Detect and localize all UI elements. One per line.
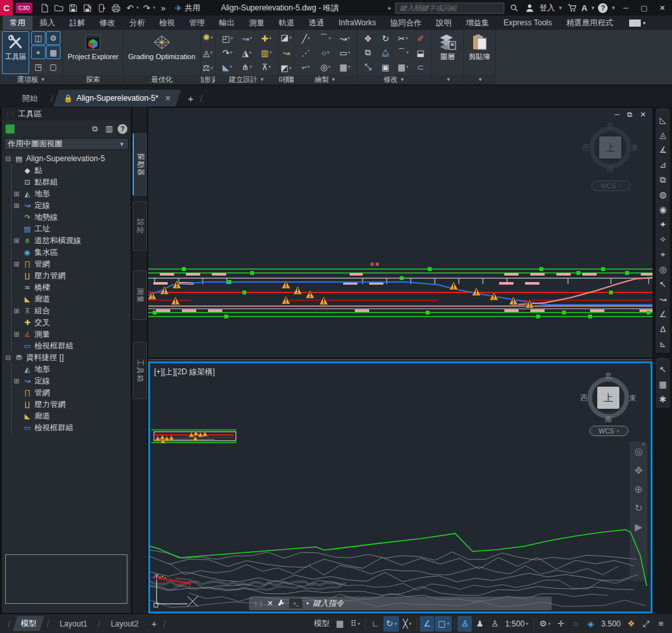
hatch-icon[interactable]: ▦▾: [335, 60, 355, 74]
file-tab-start[interactable]: 開始: [9, 90, 51, 107]
arc-icon-dropdown[interactable]: ▾: [329, 36, 331, 41]
move-icon[interactable]: ✥: [359, 31, 377, 45]
circle-icon-dropdown[interactable]: ▾: [327, 50, 330, 55]
surfaces-create-menu-dropdown[interactable]: ▾: [210, 50, 213, 55]
navbar-close-icon[interactable]: ✕: [641, 442, 645, 447]
viewcube-south[interactable]: 南: [607, 164, 614, 174]
arc-icon[interactable]: ⌒▾: [316, 31, 335, 45]
doc-restore-icon[interactable]: ⧉: [627, 110, 632, 119]
ribbon-tab-精選應用程式[interactable]: 精選應用程式: [559, 16, 620, 30]
doc-minimize-icon[interactable]: ─: [614, 110, 619, 119]
hatch-icon-dropdown[interactable]: ▾: [348, 64, 350, 70]
recent-commands-chevron-icon[interactable]: ▾: [306, 601, 309, 606]
viewport-bottom-active[interactable]: Y [+][上][2D 線架構] 上 北 南 西 東 WCS ▿ ✕ ◎✥⊕↻▶: [148, 361, 653, 614]
traverse-create-menu-dropdown[interactable]: ▾: [211, 66, 213, 71]
active-drawing-icon[interactable]: [5, 124, 15, 134]
panel-flyout-icon[interactable]: ▼: [40, 77, 45, 83]
tree-item-管網[interactable]: ⊞∏管網: [13, 258, 129, 270]
workspace-switching-icon-dropdown[interactable]: ▾: [548, 621, 550, 627]
point-creation-icon[interactable]: ✱: [656, 392, 670, 407]
viewcube-top-face[interactable]: 上: [599, 136, 621, 159]
toolbox-palette-icon[interactable]: ▦: [46, 45, 60, 59]
new-layout-button[interactable]: +: [151, 619, 157, 629]
tab-close-icon[interactable]: ✕: [165, 94, 171, 103]
annotation-scale-value[interactable]: 1:500▾: [502, 616, 531, 632]
navigation-wheel-icon[interactable]: ◎: [634, 446, 643, 456]
ribbon-tab-協同合作[interactable]: 協同合作: [383, 16, 429, 30]
tree-item-廊道[interactable]: ◣廊道: [13, 410, 129, 422]
search-icon[interactable]: [508, 2, 520, 14]
grade-length-icon[interactable]: ⊾: [656, 337, 670, 352]
rotate-icon[interactable]: ↻: [377, 31, 394, 45]
window-close-button[interactable]: ✕: [655, 2, 669, 14]
panel-label[interactable]: 建立設計▼: [216, 75, 278, 84]
intersection-create-menu-dropdown[interactable]: ▾: [269, 36, 272, 41]
tree-item-廊道[interactable]: ◣廊道: [13, 293, 129, 305]
section-views-create-menu[interactable]: ◩▾: [281, 63, 292, 73]
ribbon-tab-說明[interactable]: 說明: [429, 16, 459, 30]
viewcube-top[interactable]: 上 北 南 西 東: [585, 122, 636, 173]
rectangle-icon-dropdown[interactable]: ▾: [348, 50, 350, 55]
ribbon-tab-輸出[interactable]: 輸出: [212, 16, 242, 30]
viewcube-north[interactable]: 北: [605, 371, 612, 381]
ortho-mode-icon[interactable]: ∟: [368, 616, 383, 632]
snap-mode-icon-dropdown[interactable]: ▾: [358, 621, 361, 627]
annotation-visibility-icon[interactable]: ♙: [458, 616, 472, 632]
corridor-create-menu-dropdown[interactable]: ▾: [270, 50, 272, 55]
tree-item-檢視框群組[interactable]: ▭檢視框群組: [13, 340, 129, 352]
panel-flyout-icon[interactable]: ▼: [259, 77, 265, 83]
object-snap-icon-dropdown[interactable]: ▾: [447, 621, 450, 627]
ribbon-collapse-button[interactable]: ▾: [629, 16, 645, 30]
select-point-icon[interactable]: ↖: [656, 277, 670, 292]
profile-view-create-menu[interactable]: ◪▾: [281, 32, 292, 42]
traverse-create-menu[interactable]: ⚖▾: [203, 63, 213, 73]
tree-item-橋樑[interactable]: ≍橋樑: [13, 281, 129, 293]
clipboard-button[interactable]: 剪貼簿: [466, 31, 493, 74]
viewcube-west[interactable]: 西: [580, 393, 588, 403]
viewport-top[interactable]: ─ ⧉ ✕ 上 北 南 西 東 WCS ▿: [148, 108, 653, 357]
settings-palette-icon[interactable]: ⚙: [46, 31, 60, 45]
expand-icon[interactable]: ⊞: [13, 260, 20, 268]
panel-flyout-icon[interactable]: ▼: [400, 77, 405, 83]
showmotion-icon[interactable]: ▶: [635, 522, 643, 532]
intersection-create-menu[interactable]: ✚▾: [257, 31, 276, 45]
title-overflow-icon[interactable]: ▸: [388, 5, 391, 11]
fillet-icon-dropdown[interactable]: ▾: [406, 50, 409, 55]
pan-icon[interactable]: ✥: [634, 465, 643, 475]
layers-button[interactable]: 圖層: [434, 31, 461, 74]
surfaces-create-menu[interactable]: ◬▾: [203, 48, 213, 58]
viewcube-east[interactable]: 東: [631, 143, 638, 153]
tree-item-檢視框群組[interactable]: ▭檢視框群組: [13, 422, 129, 433]
undo-icon-dropdown[interactable]: ▾: [136, 5, 139, 10]
explode-icon[interactable]: ⬓: [412, 45, 430, 60]
point-object-icon[interactable]: ⌖: [656, 247, 670, 262]
fillet-icon[interactable]: ⌒▾: [394, 45, 412, 60]
pipe-network-create-menu[interactable]: ⋔▾: [237, 60, 257, 74]
command-input[interactable]: 鍵入指令: [313, 598, 344, 609]
sign-in-link[interactable]: 登入: [539, 3, 555, 14]
toolspace-help-icon[interactable]: ?: [118, 124, 127, 134]
status-menu-icon[interactable]: ≡: [654, 616, 668, 632]
array-icon[interactable]: ▦▾: [394, 60, 412, 74]
new-drawing-tab-button[interactable]: +: [188, 93, 194, 104]
erase-icon[interactable]: ✐: [412, 31, 430, 45]
tree-item-集水區[interactable]: ◉集水區: [13, 246, 129, 258]
tree-item-道岔和橫渡線[interactable]: ⊞⋔道岔和橫渡線: [13, 235, 129, 246]
ellipse-icon[interactable]: ◎▾: [316, 60, 335, 74]
polyline-icon-dropdown[interactable]: ▾: [348, 36, 350, 41]
line-icon[interactable]: ╱▾: [296, 31, 316, 45]
view-selector-combo[interactable]: 作用中圖面視圖 ▼: [4, 138, 129, 150]
export-icon[interactable]: [95, 1, 108, 14]
orbit-icon[interactable]: ↻: [634, 503, 643, 513]
tree-item-點[interactable]: ◆點: [13, 164, 129, 176]
isometric-drafting-icon[interactable]: ╳▾: [400, 616, 414, 632]
plan-view-canvas[interactable]: Y: [150, 363, 651, 612]
bearing-distance-icon[interactable]: ◬: [656, 127, 670, 142]
grading-optimization-button[interactable]: Grading Optimization: [125, 31, 198, 74]
graphics-performance-icon[interactable]: ❖: [624, 616, 638, 632]
tree-item-定線[interactable]: ⊞↝定線: [13, 375, 129, 387]
tree-item-工址[interactable]: ▨工址: [13, 223, 129, 235]
match-properties-icon[interactable]: ↖: [656, 362, 670, 377]
viewcube-bottom[interactable]: 上 北 南 西 東: [583, 372, 634, 423]
profile-create-menu-dropdown[interactable]: ▾: [250, 50, 252, 55]
